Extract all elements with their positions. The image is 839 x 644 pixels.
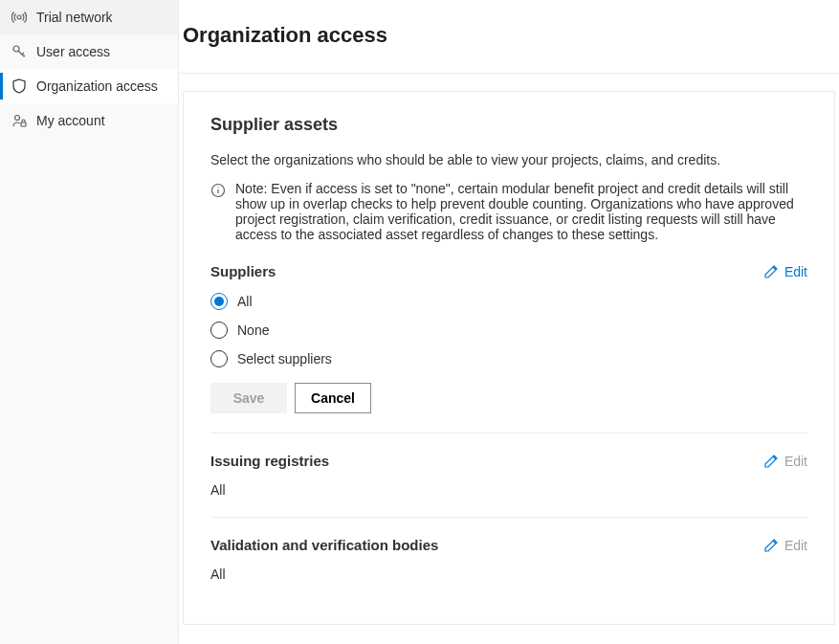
person-lock-icon [11,113,27,128]
edit-label: Edit [784,454,807,469]
page-title: Organization access [183,23,835,48]
radio-indicator [210,322,228,339]
cancel-button[interactable]: Cancel [295,383,371,413]
sidebar-item-user-access[interactable]: User access [0,34,178,69]
note-text: Note: Even if access is set to "none", c… [235,181,807,242]
edit-suppliers-button[interactable]: Edit [763,264,807,279]
suppliers-section: Suppliers Edit All [210,259,807,433]
sidebar-item-label: User access [36,44,110,59]
sidebar-item-organization-access[interactable]: Organization access [0,69,178,103]
main-content: Organization access Supplier assets Sele… [179,0,839,644]
pencil-icon [763,264,779,279]
pencil-icon [763,538,779,553]
edit-issuing-button[interactable]: Edit [763,454,807,469]
pencil-icon [763,454,779,469]
suppliers-radio-group: All None Select suppliers [210,293,807,367]
radio-indicator [210,350,228,367]
sidebar: Trial network User access Organization a… [0,0,179,644]
issuing-value: All [210,482,807,498]
radio-all[interactable]: All [210,293,807,310]
radio-label: Select suppliers [237,351,332,366]
broadcast-icon [11,10,27,25]
edit-label: Edit [784,264,807,279]
radio-label: All [237,294,253,309]
key-icon [11,44,27,59]
info-note: Note: Even if access is set to "none", c… [210,181,807,242]
edit-vvb-button[interactable]: Edit [763,538,807,553]
sidebar-item-trial-network[interactable]: Trial network [0,0,178,34]
radio-indicator [210,293,228,310]
card-description: Select the organizations who should be a… [210,152,807,167]
sidebar-item-my-account[interactable]: My account [0,103,178,138]
svg-point-6 [217,187,218,188]
svg-point-0 [17,15,21,19]
radio-label: None [237,322,269,338]
info-icon [210,183,226,198]
edit-label: Edit [784,538,807,553]
svg-rect-3 [21,122,26,126]
sidebar-item-label: My account [36,113,105,128]
supplier-assets-card: Supplier assets Select the organizations… [183,91,835,625]
vvb-title: Validation and verification bodies [210,537,438,553]
save-button[interactable]: Save [210,383,287,413]
shield-icon [11,78,27,94]
radio-select-suppliers[interactable]: Select suppliers [210,350,807,367]
sidebar-item-label: Organization access [36,78,158,94]
svg-point-2 [15,116,20,121]
card-title: Supplier assets [210,115,807,135]
sidebar-item-label: Trial network [36,10,113,25]
issuing-title: Issuing registries [210,453,329,469]
vvb-section: Validation and verification bodies Edit … [210,517,807,601]
page-header: Organization access [179,0,839,74]
vvb-value: All [210,566,807,582]
issuing-registries-section: Issuing registries Edit All [210,433,807,517]
radio-none[interactable]: None [210,322,807,339]
suppliers-title: Suppliers [210,263,276,279]
